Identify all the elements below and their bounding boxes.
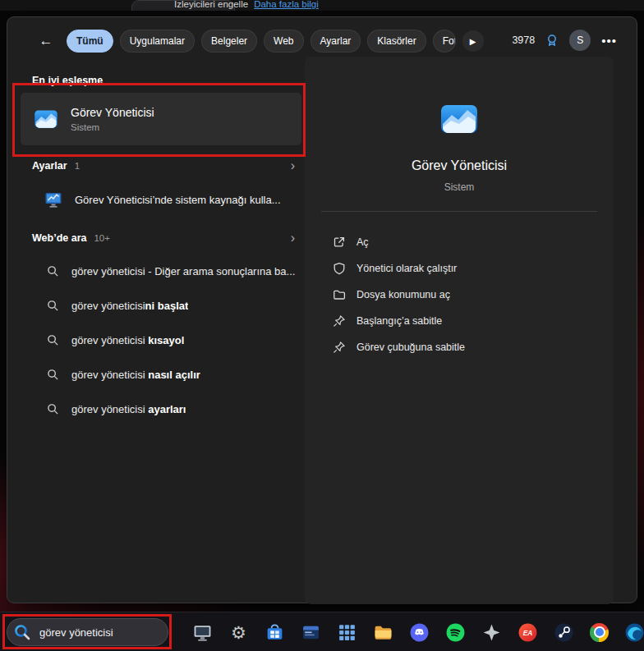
- search-icon: [47, 334, 59, 346]
- search-icon: [47, 403, 59, 415]
- settings-result-label: Görev Yöneticisi’nde sistem kaynağı kull…: [75, 194, 281, 206]
- spotify-icon[interactable]: [445, 622, 466, 643]
- tab-photos[interactable]: Fotoğraflar: [433, 30, 456, 53]
- suggestion-rest: ni başlat: [145, 300, 189, 312]
- tracker-block-link[interactable]: Daha fazla bilgi: [254, 0, 319, 9]
- suggestion-typed: görev yöneticisi: [71, 334, 145, 346]
- tracker-block-text: İzleyicileri engelleDaha fazla bilgi: [174, 0, 319, 10]
- more-options-button[interactable]: •••: [601, 34, 617, 48]
- section-settings-count: 1: [75, 161, 80, 171]
- action-pin-to-start[interactable]: Başlangıç’a sabitle: [305, 308, 614, 334]
- action-run-as-admin-label: Yönetici olarak çalıştır: [356, 263, 457, 274]
- tab-documents[interactable]: Belgeler: [201, 30, 257, 53]
- back-arrow-icon: ←: [39, 33, 53, 49]
- chevron-right-icon: ›: [291, 160, 295, 172]
- task-manager-icon: [34, 107, 58, 131]
- tracker-block-label: İzleyicileri engelle: [174, 0, 248, 9]
- file-explorer-icon[interactable]: [373, 622, 393, 643]
- tab-apps[interactable]: Uygulamalar: [120, 30, 195, 53]
- web-suggestion-5[interactable]: görev yöneticisi ayarları: [21, 392, 303, 426]
- pin-icon: [333, 314, 346, 328]
- windows-search-icon: [12, 622, 32, 642]
- action-pin-to-taskbar-label: Görev çubuğuna sabitle: [356, 342, 465, 353]
- action-open[interactable]: Aç: [305, 229, 614, 255]
- discord-icon[interactable]: [409, 622, 430, 643]
- window-app-icon[interactable]: [301, 622, 321, 643]
- tab-web[interactable]: Web: [264, 30, 303, 53]
- suggestion-typed: görev yöneticisi: [71, 403, 145, 415]
- best-match-title: Görev Yöneticisi: [71, 106, 154, 119]
- chrome-icon-center: [594, 626, 605, 638]
- detail-subtitle: Sistem: [305, 181, 614, 193]
- edge-icon[interactable]: [624, 622, 644, 643]
- suggestion-text: görev yöneticisi kısayol: [71, 334, 184, 346]
- tab-all[interactable]: Tümü: [67, 30, 113, 53]
- taskbar: ⚙ EA: [0, 612, 644, 651]
- web-suggestion-3[interactable]: görev yöneticisi kısayol: [21, 323, 303, 357]
- search-filter-tabs: Tümü Uygulamalar Belgeler Web Ayarlar Kl…: [67, 30, 484, 53]
- action-run-as-admin[interactable]: Yönetici olarak çalıştır: [305, 255, 614, 282]
- suggestion-text: görev yöneticisi nasıl açılır: [71, 369, 200, 381]
- ea-logo-text: EA: [523, 628, 533, 636]
- suggestion-rest: ayarları: [145, 403, 186, 415]
- system-monitor-icon: [44, 190, 63, 209]
- steam-icon[interactable]: [554, 622, 574, 643]
- game-launcher-icon[interactable]: [481, 622, 502, 643]
- tabs-scroll-right-button[interactable]: ▶: [462, 30, 484, 52]
- pc-icon[interactable]: [192, 622, 213, 643]
- web-suggestion-1[interactable]: görev yöneticisi - Diğer arama sonuçları…: [21, 254, 303, 288]
- folder-icon: [333, 288, 346, 301]
- search-icon: [47, 265, 59, 277]
- rewards-points: 3978: [512, 34, 535, 46]
- background-browser-strip: İzleyicileri engelleDaha fazla bilgi: [0, 0, 644, 11]
- section-settings-header[interactable]: Ayarlar 1 ›: [32, 160, 295, 172]
- header-right-cluster: 3978 S •••: [512, 30, 617, 51]
- detail-divider: [321, 211, 597, 212]
- search-icon: [47, 300, 59, 312]
- back-button[interactable]: ←: [35, 30, 57, 52]
- search-flyout: ← Tümü Uygulamalar Belgeler Web Ayarlar …: [7, 16, 637, 603]
- suggestion-rest: nasıl açılır: [145, 369, 200, 381]
- shield-icon: [333, 262, 346, 275]
- best-match-subtitle: Sistem: [71, 122, 154, 132]
- section-web-header[interactable]: Web’de ara 10+ ›: [32, 232, 295, 244]
- chevron-right-icon: ›: [291, 232, 295, 244]
- rewards-icon[interactable]: [545, 34, 559, 47]
- suggestion-typed: görev yöneticisi: [71, 265, 145, 277]
- taskbar-search-input[interactable]: [38, 626, 163, 640]
- action-open-file-location-label: Dosya konumunu aç: [356, 289, 450, 300]
- taskbar-search-box[interactable]: [7, 618, 168, 646]
- action-open-file-location[interactable]: Dosya konumunu aç: [305, 282, 614, 308]
- action-pin-to-taskbar[interactable]: Görev çubuğuna sabitle: [305, 334, 614, 360]
- ea-icon[interactable]: EA: [518, 622, 538, 643]
- section-web-count: 10+: [94, 233, 110, 243]
- web-suggestion-2[interactable]: görev yöneticisini başlat: [21, 288, 303, 323]
- settings-result-item[interactable]: Görev Yöneticisi’nde sistem kaynağı kull…: [21, 181, 303, 218]
- action-open-label: Aç: [356, 236, 369, 248]
- action-pin-to-start-label: Başlangıç’a sabitle: [356, 315, 442, 327]
- chrome-icon[interactable]: [590, 623, 609, 642]
- play-icon: ▶: [470, 37, 476, 46]
- taskbar-icons: ⚙ EA: [192, 612, 644, 651]
- best-match-heading: En iyi eşleşme: [32, 75, 103, 86]
- suggestion-typed: görev yöneticisi: [71, 300, 145, 312]
- search-icon: [47, 369, 59, 381]
- suggestion-text: görev yöneticisi ayarları: [71, 403, 186, 415]
- result-detail-pane: Görev Yöneticisi Sistem Aç Yönetici olar…: [305, 57, 614, 604]
- user-avatar[interactable]: S: [569, 30, 591, 51]
- web-suggestion-4[interactable]: görev yöneticisi nasıl açılır: [21, 357, 303, 392]
- suggestion-text: görev yöneticisini başlat: [71, 300, 188, 312]
- suggestion-rest: kısayol: [145, 334, 185, 346]
- open-icon: [333, 236, 346, 249]
- settings-gear-icon[interactable]: ⚙: [228, 622, 249, 643]
- store-icon[interactable]: [264, 622, 285, 643]
- section-web-title: Web’de ara: [32, 232, 86, 244]
- best-match-result[interactable]: Görev Yöneticisi Sistem: [21, 93, 301, 145]
- tab-settings[interactable]: Ayarlar: [310, 30, 361, 53]
- best-match-text: Görev Yöneticisi Sistem: [71, 106, 154, 132]
- detail-title: Görev Yöneticisi: [305, 158, 614, 173]
- tab-folders[interactable]: Klasörler: [367, 30, 426, 53]
- apps-grid-icon[interactable]: [337, 622, 357, 643]
- section-settings-title: Ayarlar: [32, 160, 67, 172]
- task-manager-icon-large: [439, 99, 479, 139]
